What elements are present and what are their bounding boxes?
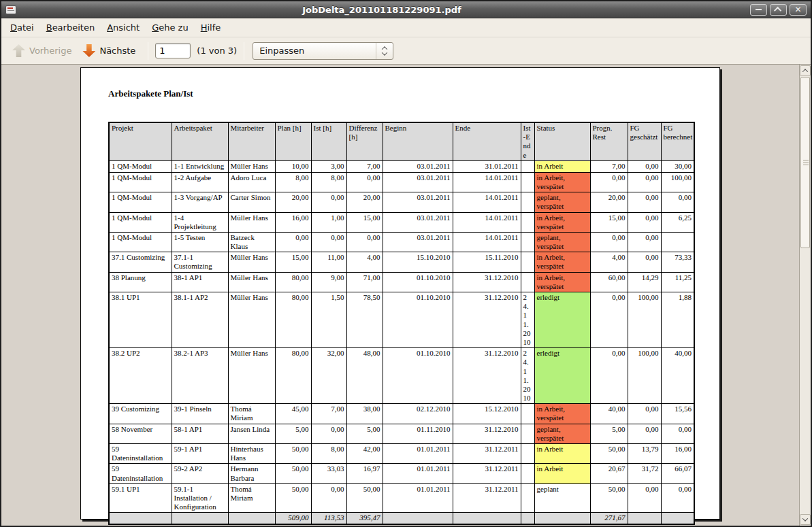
table-cell: 32,00: [311, 348, 346, 404]
menu-ansicht[interactable]: Ansicht: [101, 20, 146, 35]
status-cell: geplant: [534, 483, 590, 513]
table-cell: 15,00: [346, 212, 383, 232]
maximize-button[interactable]: [770, 4, 787, 16]
menu-bearbeiten[interactable]: Bearbeiten: [40, 20, 101, 35]
window-title: JobDelta_201101181229091.pdf: [16, 5, 747, 15]
window-controls: ✕: [747, 4, 807, 16]
table-row: 1 QM-Modul1-2 AufgabeAdoro Luca8,008,000…: [109, 172, 694, 192]
next-label: Nächste: [99, 46, 135, 56]
table-cell: 01.01.2011: [383, 464, 453, 483]
status-cell: erledigt: [534, 292, 590, 348]
table-cell: 50,00: [275, 464, 311, 483]
table-cell: 38.2-1 AP3: [172, 348, 228, 404]
table-cell: 20,00: [590, 192, 628, 212]
table-cell: 24.11.2010: [521, 292, 534, 348]
header-cell: Ist [h]: [311, 122, 346, 160]
titlebar[interactable]: JobDelta_201101181229091.pdf ✕: [1, 1, 811, 18]
table-cell: 0,00: [628, 212, 661, 232]
table-cell: [109, 513, 172, 524]
table-cell: [521, 424, 534, 443]
table-cell: Müller Hans: [228, 212, 275, 232]
table-cell: 0,00: [346, 172, 383, 192]
status-cell: in Arbeit, verspätet: [534, 252, 590, 272]
table-cell: 01.10.2010: [383, 348, 453, 404]
table-cell: Hinterhaus Hans: [228, 444, 275, 464]
table-cell: Müller Hans: [228, 252, 275, 272]
previous-label: Vorherige: [29, 46, 71, 56]
header-cell: Plan [h]: [275, 122, 311, 160]
table-cell: [383, 513, 453, 524]
status-cell: in Arbeit, verspätet: [534, 212, 590, 232]
spinner-icon: [376, 43, 393, 59]
table-cell: 1 QM-Modul: [109, 232, 172, 252]
table-cell: 0,00: [661, 483, 694, 513]
table-cell: 59-1 AP1: [172, 444, 228, 464]
table-cell: 8,00: [275, 172, 311, 192]
header-cell: FG geschätzt: [628, 122, 661, 160]
table-row: 37.1 Customizing37.1-1 CustomizingMüller…: [109, 252, 694, 272]
table-cell: 31.12.2011: [453, 483, 521, 513]
app-icon: [5, 5, 16, 14]
table-cell: 15.10.2010: [383, 252, 453, 272]
table-cell: 0,00: [311, 232, 346, 252]
table-cell: 6,25: [661, 212, 694, 232]
table-cell: [521, 192, 534, 212]
table-cell: 24.11.2010: [521, 348, 534, 404]
next-page-button[interactable]: Nächste: [77, 41, 141, 60]
status-cell: [534, 513, 590, 524]
table-cell: 1 QM-Modul: [109, 160, 172, 172]
table-cell: 509,00: [275, 513, 311, 524]
table-row: 38 Planung38-1 AP1Müller Hans80,009,0071…: [109, 272, 694, 292]
table-cell: 50,00: [275, 444, 311, 464]
vertical-scrollbar[interactable]: [799, 65, 811, 526]
close-button[interactable]: ✕: [790, 4, 807, 16]
table-cell: 0,00: [590, 172, 628, 192]
page-number-input[interactable]: [155, 43, 191, 58]
table-cell: 80,00: [275, 272, 311, 292]
table-cell: 03.01.2011: [383, 192, 453, 212]
zoom-level-select[interactable]: Einpassen: [253, 42, 393, 60]
table-cell: 14.01.2011: [453, 212, 521, 232]
table-cell: 59 Dateninstallation: [109, 444, 172, 464]
table-cell: [521, 252, 534, 272]
workpackage-table: ProjektArbeitspaketMitarbeiterPlan [h]Is…: [108, 122, 695, 525]
table-cell: 01.01.2011: [383, 444, 453, 464]
table-row: 59.1 UP159.1-1 Installation / Konfigurat…: [109, 483, 694, 513]
table-cell: Müller Hans: [228, 348, 275, 404]
menu-datei[interactable]: Datei: [4, 20, 40, 35]
previous-page-button[interactable]: Vorherige: [7, 41, 77, 60]
table-cell: 80,00: [275, 292, 311, 348]
table-cell: 0,00: [590, 232, 628, 252]
status-cell: in Arbeit: [534, 160, 590, 172]
table-cell: 20,67: [590, 464, 628, 483]
status-cell: in Arbeit: [534, 444, 590, 464]
table-cell: 1,50: [311, 292, 346, 348]
table-cell: 1-2 Aufgabe: [172, 172, 228, 192]
table-cell: 395,47: [346, 513, 383, 524]
table-cell: 1-4 Projektleitung: [172, 212, 228, 232]
table-cell: 100,00: [661, 172, 694, 192]
table-row: 39 Customizing39-1 PinselnThomá Miriam45…: [109, 404, 694, 424]
menu-hilfe[interactable]: Hilfe: [195, 20, 227, 35]
table-cell: 03.01.2011: [383, 172, 453, 192]
scrollbar-thumb[interactable]: [800, 77, 810, 248]
zoom-value: Einpassen: [259, 46, 304, 56]
arrow-up-icon: [12, 44, 25, 57]
table-cell: [521, 464, 534, 483]
table-cell: 113,53: [311, 513, 346, 524]
header-cell: FG berechnet: [661, 122, 694, 160]
table-cell: 0,00: [311, 424, 346, 443]
table-cell: 0,00: [311, 483, 346, 513]
table-cell: 31.12.2010: [453, 348, 521, 404]
table-cell: 0,00: [628, 483, 661, 513]
table-cell: 0,00: [628, 424, 661, 443]
table-cell: 38,00: [346, 404, 383, 424]
table-cell: 15.12.2010: [453, 404, 521, 424]
table-row: 1 QM-Modul1-3 Vorgang/APCarter Simon20,0…: [109, 192, 694, 212]
menu-gehe-zu[interactable]: Gehe zu: [146, 20, 195, 35]
status-cell: geplant, verspätet: [534, 232, 590, 252]
scroll-down-button[interactable]: [800, 514, 811, 525]
table-cell: 31.12.2010: [453, 272, 521, 292]
scroll-up-button[interactable]: [800, 65, 811, 76]
minimize-button[interactable]: [750, 4, 767, 16]
